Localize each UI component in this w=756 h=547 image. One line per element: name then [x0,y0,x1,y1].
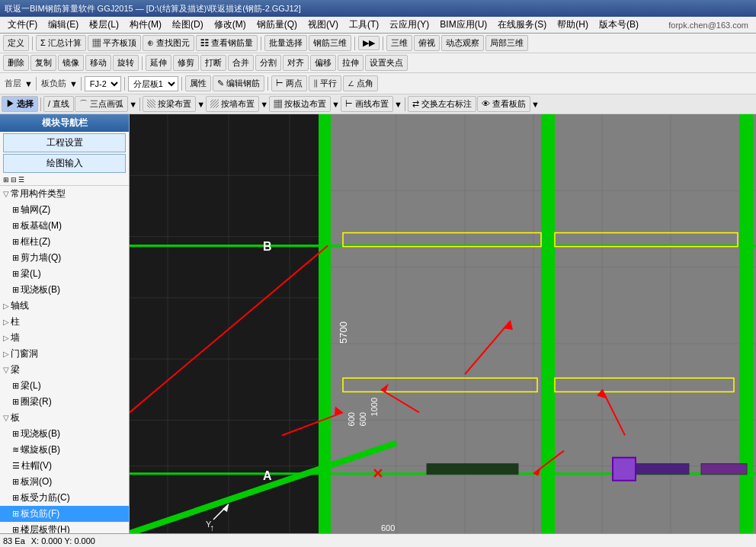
menu-bim[interactable]: BIM应用(U) [435,17,492,33]
3d-btn[interactable]: 三维 [386,35,412,51]
top-view-btn[interactable]: 俯视 [414,35,440,51]
sidebar-icon-3[interactable]: ☰ [18,176,24,184]
expand-common[interactable]: ▽ [3,190,9,198]
expand-slabgroup[interactable]: ▽ [3,414,9,422]
menu-view[interactable]: 视图(V) [303,17,343,33]
beam-dropdown[interactable]: ▼ [197,100,205,109]
offset-btn[interactable]: 偏移 [310,55,336,71]
break-btn[interactable]: 打断 [200,55,226,71]
menu-rebar[interactable]: 钢筋量(Q) [252,17,302,33]
tree-slab-group[interactable]: ▽ 板 [0,410,129,426]
tree-slab-rebar[interactable]: ⊞ 板受力筋(C) [0,490,129,506]
sidebar-icon-2[interactable]: ⊟ [11,176,17,184]
menu-cloud[interactable]: 云应用(Y) [385,17,434,33]
tree-beam[interactable]: ⊞ 梁(L) [0,266,129,282]
sublayer-select[interactable]: 分层板1 分层板2 [128,76,178,91]
parallel-btn[interactable]: ∥ 平行 [309,75,341,91]
tree-shear-wall[interactable]: ⊞ 剪力墙(Q) [0,250,129,266]
draw-line-btn[interactable]: ⊢ 画线布置 [341,96,393,112]
tree-axis[interactable]: ▷ 轴线 [0,298,129,314]
merge-btn[interactable]: 合并 [228,55,254,71]
trim-btn[interactable]: 修剪 [173,55,199,71]
drawing-input-btn[interactable]: 绘图输入 [3,154,126,173]
tree-spiral-slab[interactable]: ≋ 螺旋板(B) [0,442,129,458]
move-btn[interactable]: 移动 [85,55,111,71]
by-slab-edge-btn[interactable]: ▦ 按板边布置 [269,96,331,112]
tree-common-types[interactable]: ▽ 常用构件类型 [0,186,129,202]
tree-col-group[interactable]: ▷ 柱 [0,314,129,330]
tree-slab-hole[interactable]: ⊞ 板洞(O) [0,474,129,490]
more-btn[interactable]: ▶▶ [358,36,380,50]
by-wall-btn[interactable]: ▨ 按墙布置 [206,96,259,112]
wall-dropdown[interactable]: ▼ [260,100,268,109]
sep2 [261,37,261,50]
tree-door-win[interactable]: ▷ 门窗洞 [0,346,129,362]
view-rebar-btn[interactable]: ☷ 查看钢筋量 [196,35,258,51]
group-select[interactable]: FJ-2 FJ-1 [85,76,121,91]
dynamic-view-btn[interactable]: 动态观察 [441,35,484,51]
extend-btn[interactable]: 延伸 [146,55,171,71]
property-btn[interactable]: 属性 [185,75,211,91]
menu-online[interactable]: 在线服务(S) [493,17,551,33]
menu-file[interactable]: 文件(F) [3,17,42,33]
tree-floor-band[interactable]: ⊞ 楼层板带(H) [0,522,129,533]
split-btn[interactable]: 分割 [255,55,281,71]
point-angle-btn[interactable]: ∠ 点角 [343,75,378,91]
rebar-3d-btn[interactable]: 钢筋三维 [309,35,351,51]
expand-axis[interactable]: ▷ [3,302,9,310]
tree-cap[interactable]: ☰ 柱帽(V) [0,458,129,474]
menu-component[interactable]: 构件(M) [125,17,166,33]
line-btn[interactable]: / 直线 [43,96,74,112]
canvas-area[interactable]: ✕ 5700 [130,114,756,533]
menu-edit[interactable]: 编辑(E) [43,17,83,33]
align-top-btn[interactable]: ▦ 平齐板顶 [88,35,141,51]
two-point-btn[interactable]: ⊢ 两点 [271,75,307,91]
select-btn[interactable]: ▶ 选择 [2,96,38,112]
tree-ring-beam[interactable]: ⊞ 圈梁(R) [0,394,129,410]
swap-label-btn[interactable]: ⇄ 交换左右标注 [408,96,476,112]
toolbar-row-1: 定义 Σ 汇总计算 ▦ 平齐板顶 ⊕ 查找图元 ☷ 查看钢筋量 批量选择 钢筋三… [0,34,756,53]
arc-dropdown[interactable]: ▼ [129,100,137,109]
tree-beam-group[interactable]: ▽ 梁 [0,362,129,378]
find-elem-btn[interactable]: ⊕ 查找图元 [143,35,194,51]
menu-tools[interactable]: 工具(T) [344,17,383,33]
grip-btn[interactable]: 设置夹点 [365,55,408,71]
align-btn[interactable]: 对齐 [283,55,309,71]
by-beam-btn[interactable]: ▧ 按梁布置 [143,96,196,112]
tree-cast-slab2[interactable]: ⊞ 现浇板(B) [0,426,129,442]
arc-btn[interactable]: ⌒ 三点画弧 [75,96,128,112]
slab-dropdown[interactable]: ▼ [332,100,340,109]
tree-grid[interactable]: ⊞ 轴网(Z) [0,202,129,218]
drawline-dropdown[interactable]: ▼ [394,100,402,109]
menu-floor[interactable]: 楼层(L) [85,17,123,33]
copy-btn[interactable]: 复制 [30,55,56,71]
expand-col[interactable]: ▷ [3,318,9,326]
tree-cast-slab[interactable]: ⊞ 现浇板(B) [0,282,129,298]
menu-version[interactable]: 版本号(B) [594,17,643,33]
view-slab-rebar-btn[interactable]: 👁 查看板筋 [477,96,530,112]
tree-wall-group[interactable]: ▷ 墙 [0,330,129,346]
expand-doorwin[interactable]: ▷ [3,350,9,358]
menu-draw[interactable]: 绘图(D) [168,17,208,33]
view-rebar-dropdown[interactable]: ▼ [531,100,540,109]
stretch-btn[interactable]: 拉伸 [338,55,364,71]
menu-help[interactable]: 帮助(H) [553,17,593,33]
sidebar-icon-1[interactable]: ⊞ [3,176,9,184]
edit-rebar-btn[interactable]: ✎ 编辑钢筋 [213,75,264,91]
rotate-btn[interactable]: 旋转 [113,55,139,71]
expand-beamgroup[interactable]: ▽ [3,366,9,374]
summary-calc-btn[interactable]: Σ 汇总计算 [36,35,86,51]
tree-column[interactable]: ⊞ 框柱(Z) [0,234,129,250]
cap-icon: ☰ [12,461,20,471]
tree-neg-rebar[interactable]: ⊞ 板负筋(F) [0,506,129,522]
menu-modify[interactable]: 修改(M) [210,17,251,33]
batch-select-btn[interactable]: 批量选择 [264,35,307,51]
define-btn[interactable]: 定义 [3,35,29,51]
delete-btn[interactable]: 删除 [3,55,29,71]
tree-pile-found[interactable]: ⊞ 板基础(M) [0,218,129,234]
project-settings-btn[interactable]: 工程设置 [3,133,126,152]
expand-wall[interactable]: ▷ [3,334,9,342]
tree-beam-l[interactable]: ⊞ 梁(L) [0,378,129,394]
mirror-btn[interactable]: 镜像 [58,55,84,71]
local-3d-btn[interactable]: 局部三维 [485,35,528,51]
